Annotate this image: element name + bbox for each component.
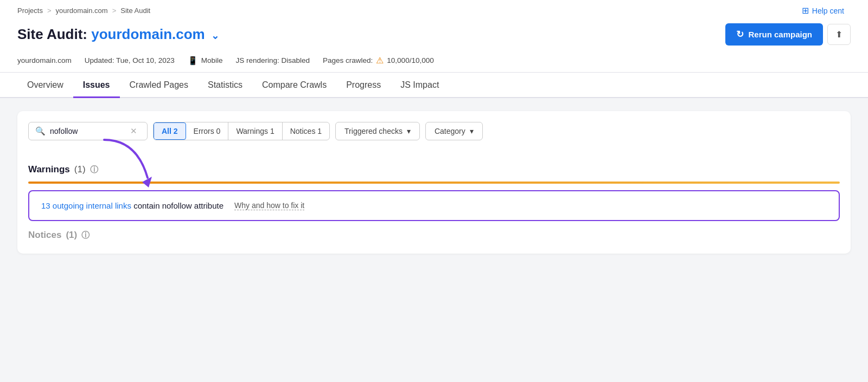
filter-errors-button[interactable]: Errors 0 [186,122,229,140]
domain-link[interactable]: yourdomain.com [91,26,205,42]
breadcrumb-sep-2: > [112,7,117,15]
fix-link[interactable]: Why and how to fix it [234,201,304,210]
breadcrumb-sep-1: > [47,7,52,15]
rerun-icon: ↻ [736,29,744,40]
notices-info-icon[interactable]: ⓘ [81,230,90,241]
search-box[interactable]: 🔍 nofollow ✕ [28,122,148,140]
breadcrumb: Projects > yourdomain.com > Site Audit ⊞… [17,0,851,19]
clear-icon[interactable]: ✕ [130,126,137,136]
notices-count: (1) [66,230,77,241]
warnings-header: Warnings (1) ⓘ [28,156,840,182]
breadcrumb-projects[interactable]: Projects [17,7,43,15]
filter-all-button[interactable]: All 2 [154,122,186,140]
filter-notices-button[interactable]: Notices 1 [283,122,329,140]
tab-overview[interactable]: Overview [17,73,73,98]
meta-pages-crawled: Pages crawled: ⚠ 10,000/10,000 [323,55,434,66]
page-title: Site Audit: yourdomain.com ⌄ [17,26,219,43]
meta-info: yourdomain.com Updated: Tue, Oct 10, 202… [17,52,851,72]
mobile-icon: 📱 [188,56,198,66]
meta-device: 📱 Mobile [188,56,223,66]
tab-progress[interactable]: Progress [336,73,391,98]
pages-crawled-label: Pages crawled: [323,56,373,64]
chevron-down-icon[interactable]: ⌄ [211,30,219,41]
warning-severity-bar [28,182,840,184]
help-label: Help cent [812,7,844,15]
notices-header: Notices (1) ⓘ [28,230,840,241]
notices-title: Notices [28,230,61,241]
nav-tabs: Overview Issues Crawled Pages Statistics… [0,73,868,98]
pages-crawled-value: 10,000/10,000 [387,56,433,64]
chevron-down-icon: ▾ [470,127,474,135]
rerun-campaign-button[interactable]: ↻ Rerun campaign [725,23,823,46]
info-icon[interactable]: ⓘ [90,165,98,175]
breadcrumb-current: Site Audit [120,7,150,15]
search-input[interactable]: nofollow [50,127,126,135]
warning-icon: ⚠ [376,55,384,66]
tab-crawled-pages[interactable]: Crawled Pages [120,73,199,98]
tab-js-impact[interactable]: JS Impact [391,73,449,98]
issue-text: contain nofollow attribute [133,201,224,210]
meta-js-rendering: JS rendering: Disabled [235,56,310,64]
tab-compare-crawls[interactable]: Compare Crawls [252,73,336,98]
help-center-link[interactable]: ⊞ Help cent [802,5,844,16]
issue-link[interactable]: 13 outgoing internal links [41,201,131,210]
export-button[interactable]: ⬆ [827,24,851,45]
search-icon: 🔍 [35,126,46,136]
warnings-count: (1) [74,164,86,175]
triggered-checks-dropdown[interactable]: Triggered checks ▾ [335,122,420,140]
warnings-title: Warnings [28,164,70,175]
tab-statistics[interactable]: Statistics [198,73,252,98]
rerun-label: Rerun campaign [748,30,812,39]
filter-warnings-button[interactable]: Warnings 1 [228,122,282,140]
meta-updated: Updated: Tue, Oct 10, 2023 [85,56,175,64]
meta-domain: yourdomain.com [17,56,72,64]
category-label: Category [435,127,465,135]
issue-card: 13 outgoing internal links contain nofol… [28,190,840,221]
filter-type-group: All 2 Errors 0 Warnings 1 Notices 1 [153,122,330,140]
tab-issues[interactable]: Issues [73,73,120,98]
category-dropdown[interactable]: Category ▾ [425,122,483,140]
breadcrumb-domain[interactable]: yourdomain.com [56,7,108,15]
notices-section: Notices (1) ⓘ [28,221,840,243]
triggered-checks-label: Triggered checks [344,127,403,135]
help-icon: ⊞ [802,5,809,16]
upload-icon: ⬆ [835,29,843,40]
filter-bar: 🔍 nofollow ✕ All 2 Errors 0 Warnings 1 [28,111,840,140]
warnings-section: Warnings (1) ⓘ 13 outgoing internal link… [28,156,840,221]
chevron-down-icon: ▾ [407,127,411,135]
